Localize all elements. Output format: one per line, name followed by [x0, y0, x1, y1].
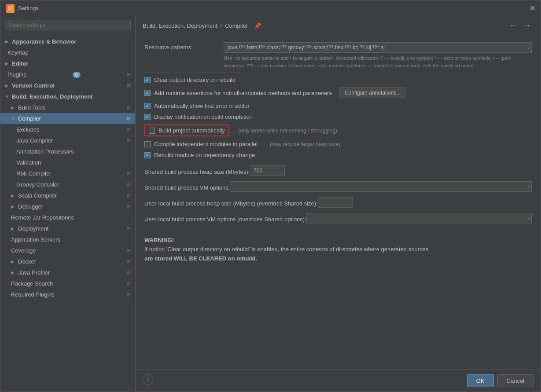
user-heap-label: User-local build process heap size (Mbyt…: [144, 198, 318, 207]
expand-arrow: ▶: [5, 61, 9, 66]
expand-arrow: ▶: [11, 259, 15, 264]
sidebar-item-compiler[interactable]: ▼ Compiler ⊞: [0, 113, 135, 124]
sidebar-item-keymap[interactable]: Keymap: [0, 47, 135, 58]
user-vm-input[interactable]: [306, 213, 532, 223]
expand-arrow: ▶: [11, 204, 15, 209]
sidebar-item-validation[interactable]: Validation: [0, 157, 135, 168]
build-auto-highlighted: Build project automatically: [144, 125, 229, 136]
compile-parallel-side-note: (may require larger heap size): [270, 141, 340, 147]
user-vm-wrapper: ⤢: [306, 213, 532, 223]
sidebar-tree: ▶ Appearance & Behavior Keymap ▶ Editor …: [0, 34, 135, 392]
sidebar-item-groovy-compiler[interactable]: Groovy Compiler ⊞: [0, 179, 135, 190]
search-box: [0, 16, 135, 34]
expand-arrow: ▶: [11, 193, 15, 198]
breadcrumb: Build, Execution, Deployment › Compiler …: [143, 22, 261, 29]
sidebar-item-package-search[interactable]: Package Search ⊞: [0, 278, 135, 289]
expand-arrow: ▶: [5, 83, 9, 88]
profiler-icon: ⊞: [127, 270, 131, 275]
warning-text: If option 'Clear output directory on reb…: [144, 245, 532, 264]
checkbox-build-auto[interactable]: [149, 128, 155, 134]
user-vm-expand-icon[interactable]: ⤢: [527, 216, 531, 221]
debugger-icon: ⊞: [127, 204, 131, 209]
close-button[interactable]: ✕: [530, 4, 535, 12]
sidebar-item-label: Appearance & Behavior: [12, 38, 77, 45]
docker-icon: ⊞: [127, 259, 131, 264]
sidebar-item-coverage[interactable]: Coverage ⊞: [0, 245, 135, 256]
build-tools-icon: ⊞: [127, 105, 131, 110]
checkbox-compile-parallel[interactable]: [144, 141, 151, 147]
help-button[interactable]: ?: [143, 374, 153, 385]
vm-options-row: Shared build process VM options: ⤢: [144, 181, 532, 192]
checkbox-label-rebuild: Rebuild module on dependency change: [154, 152, 255, 158]
ok-button[interactable]: OK: [467, 374, 494, 387]
deployment-icon: ⊞: [127, 226, 131, 231]
vcs-icon: ⊞: [127, 83, 131, 88]
sidebar-item-label: Build Tools: [18, 104, 46, 111]
sidebar-item-label: Keymap: [7, 49, 29, 56]
sidebar-item-annotation-processors[interactable]: Annotation Processors: [0, 146, 135, 157]
package-icon: ⊞: [127, 281, 131, 286]
checkbox-rebuild[interactable]: [144, 152, 151, 158]
resource-patterns-hint: Use ; to separate patterns and ! to nega…: [224, 55, 532, 69]
sidebar-item-build-execution[interactable]: ▼ Build, Execution, Deployment: [0, 91, 135, 102]
user-heap-input[interactable]: [318, 197, 353, 208]
sidebar-item-remote-jar[interactable]: Remote Jar Repositories: [0, 212, 135, 223]
sidebar-item-label: Validation: [16, 159, 41, 166]
heap-size-row: Shared build process heap size (Mbytes):: [144, 165, 532, 176]
sidebar-item-appearance[interactable]: ▶ Appearance & Behavior: [0, 36, 135, 47]
sidebar-item-label: Editor: [12, 60, 29, 67]
sidebar-item-label: Package Search: [11, 280, 53, 287]
sidebar-item-rmi-compiler[interactable]: RMI Compiler ⊞: [0, 168, 135, 179]
sidebar-item-label: Plugins: [7, 71, 26, 78]
checkbox-auto-show[interactable]: [144, 103, 151, 109]
sidebar-item-deployment[interactable]: ▶ Deployment ⊞: [0, 223, 135, 234]
forward-button[interactable]: →: [521, 21, 534, 30]
heap-size-input[interactable]: [250, 165, 285, 176]
sidebar-item-app-servers[interactable]: Application Servers: [0, 234, 135, 245]
checkbox-row-clear-output: Clear output directory on rebuild: [144, 77, 532, 83]
sidebar-item-java-compiler[interactable]: Java Compiler ⊞: [0, 135, 135, 146]
search-input[interactable]: [5, 20, 131, 30]
main-panel: Build, Execution, Deployment › Compiler …: [136, 16, 541, 392]
sidebar: ▶ Appearance & Behavior Keymap ▶ Editor …: [0, 16, 136, 392]
cancel-button[interactable]: Cancel: [497, 374, 534, 387]
nav-buttons: ← →: [507, 21, 534, 30]
resource-patterns-row: Resource patterns: ⤢ Use ; to separate p…: [144, 42, 532, 69]
sidebar-item-build-tools[interactable]: ▶ Build Tools ⊞: [0, 102, 135, 113]
sidebar-item-excludes[interactable]: Excludes ⊞: [0, 124, 135, 135]
sidebar-item-label: Groovy Compiler: [16, 181, 59, 188]
checkbox-label-clear-output: Clear output directory on rebuild: [154, 77, 236, 83]
sidebar-item-label: Java Profiler: [18, 269, 50, 276]
pin-icon[interactable]: 📌: [254, 22, 261, 29]
checkbox-row-build-auto: Build project automatically (only works …: [144, 125, 532, 136]
sidebar-item-docker[interactable]: ▶ Docker ⊞: [0, 256, 135, 267]
sidebar-item-label: Remote Jar Repositories: [11, 214, 74, 221]
sidebar-item-version-control[interactable]: ▶ Version Control ⊞: [0, 80, 135, 91]
sidebar-item-plugins[interactable]: Plugins 6 ⊞: [0, 69, 135, 80]
checkbox-notification[interactable]: [144, 114, 151, 120]
back-button[interactable]: ←: [507, 21, 519, 30]
resource-patterns-control: ⤢ Use ; to separate patterns and ! to ne…: [224, 42, 532, 69]
sidebar-item-required-plugins[interactable]: Required Plugins ⊞: [0, 289, 135, 300]
sidebar-item-editor[interactable]: ▶ Editor: [0, 58, 135, 69]
vm-options-expand-icon[interactable]: ⤢: [527, 184, 531, 189]
checkbox-clear-output[interactable]: [144, 77, 151, 83]
coverage-icon: ⊞: [127, 248, 131, 253]
sidebar-item-debugger[interactable]: ▶ Debugger ⊞: [0, 201, 135, 212]
bottom-bar: ? OK Cancel: [136, 370, 541, 392]
checkbox-row-runtime: Add runtime assertions for notnull-annot…: [144, 88, 532, 98]
vm-options-input[interactable]: [230, 181, 532, 192]
sidebar-item-scala-compiler[interactable]: ▶ Scala Compiler ⊞: [0, 190, 135, 201]
vm-options-control: ⤢: [230, 181, 532, 192]
required-plugins-icon: ⊞: [127, 292, 131, 297]
checkbox-label-build-auto: Build project automatically: [158, 127, 225, 134]
sidebar-item-label: Docker: [18, 258, 36, 265]
resource-patterns-input[interactable]: [224, 42, 532, 53]
expand-icon[interactable]: ⤢: [527, 45, 531, 50]
sidebar-item-label: Annotation Processors: [16, 148, 74, 155]
expand-arrow: ▶: [11, 270, 15, 275]
sidebar-item-java-profiler[interactable]: ▶ Java Profiler ⊞: [0, 267, 135, 278]
checkbox-runtime[interactable]: [144, 90, 151, 96]
configure-annotations-button[interactable]: Configure annotations...: [339, 88, 406, 98]
sidebar-item-label: Compiler: [18, 115, 41, 122]
